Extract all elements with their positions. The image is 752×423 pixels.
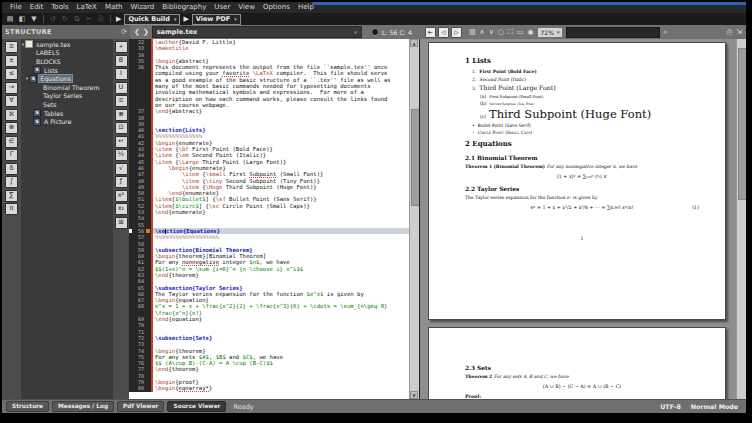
tree-item-label: Taylor Series bbox=[42, 92, 83, 99]
panel-tab-structure[interactable]: Structure bbox=[6, 401, 49, 412]
new-file-icon[interactable]: ▤ bbox=[5, 14, 15, 24]
code-line-80[interactable]: 80\begin{eqnarray*} bbox=[129, 385, 409, 391]
order-symbols-icon[interactable]: ≤ bbox=[5, 68, 18, 80]
relation-symbols-icon[interactable]: ± bbox=[5, 55, 18, 67]
menu-item-view[interactable]: View bbox=[234, 2, 259, 13]
nav-back-icon[interactable]: ❮ bbox=[134, 25, 140, 39]
greek-upper-icon[interactable]: Γ bbox=[5, 149, 18, 161]
undo-icon[interactable]: ↺ bbox=[48, 14, 58, 24]
scroll-down-arrow-icon[interactable]: ▼ bbox=[410, 391, 418, 399]
scroll-up-icon[interactable]: ∧ bbox=[480, 25, 485, 39]
fraction-icon[interactable]: ½ bbox=[115, 149, 128, 161]
quick-build-run-icon[interactable]: ▶ bbox=[116, 15, 121, 23]
most-used-symbols-icon[interactable]: ≡ bbox=[5, 41, 18, 53]
fit-page-icon[interactable]: ▭ bbox=[517, 25, 524, 39]
presentation-icon[interactable]: ○ bbox=[498, 25, 504, 39]
tree-item-labels[interactable]: LABELS bbox=[21, 49, 113, 58]
tree-item-a-picture[interactable]: SA Picture bbox=[21, 117, 113, 126]
new-line-icon[interactable]: ＋ bbox=[115, 41, 128, 53]
magnify-tool-icon[interactable]: ◉ bbox=[527, 25, 533, 39]
tree-item-taylor-series[interactable]: Taylor Series bbox=[21, 92, 113, 101]
cursor-position-icon bbox=[371, 28, 379, 36]
misc-symbols-icon[interactable]: ℵ bbox=[5, 109, 18, 121]
menu-item-wizard[interactable]: Wizard bbox=[126, 2, 158, 13]
scroll-up-arrow-icon[interactable]: ▲ bbox=[410, 39, 418, 47]
tree-expand-icon[interactable]: ▾ bbox=[26, 76, 28, 81]
pdf-zoom-dropdown[interactable]: 72% ▾ bbox=[537, 27, 564, 38]
tree-item-sample-tex[interactable]: ▾sample.tex bbox=[21, 40, 113, 49]
section-icon: S bbox=[33, 66, 41, 74]
logic-symbols-icon[interactable]: ∀ bbox=[5, 95, 18, 107]
sub-toolbar: STRUCTURE ⟳ ❮ ❯ sample.tex ▾ L: 56 C: 4 … bbox=[2, 25, 746, 39]
tree-item-label: sample.tex bbox=[35, 41, 71, 48]
print-icon[interactable]: ⎙ bbox=[727, 25, 733, 39]
menu-item-tools[interactable]: Tools bbox=[47, 2, 72, 13]
pdf-theorem: Theorem 1 (Binomial Theorem) For any non… bbox=[465, 164, 699, 169]
operator-symbols-icon[interactable]: ⊗ bbox=[5, 122, 18, 134]
previous-page-icon[interactable]: ◁ bbox=[438, 27, 449, 38]
arrow-symbols-icon[interactable]: → bbox=[5, 82, 18, 94]
copy-icon[interactable]: ⧉ bbox=[72, 14, 82, 24]
align-center-icon[interactable]: ≣ bbox=[115, 109, 128, 121]
menu-item-options[interactable]: Options bbox=[259, 2, 294, 13]
bold-icon[interactable]: B bbox=[115, 55, 128, 67]
open-file-icon[interactable]: ◧ bbox=[17, 14, 27, 24]
redo-icon[interactable]: ↻ bbox=[60, 14, 70, 24]
sum-symbols-icon[interactable]: ∑ bbox=[5, 190, 18, 202]
quick-build-button[interactable]: Quick Build ▾ bbox=[124, 14, 180, 25]
panel-tab-source-viewer[interactable]: Source Viewer bbox=[167, 401, 226, 412]
open-file-dropdown[interactable]: sample.tex ▾ bbox=[152, 26, 362, 38]
sqrt-icon[interactable]: √ bbox=[115, 163, 128, 175]
tree-item-binomial-theorem[interactable]: Binomial Theorem bbox=[21, 83, 113, 92]
pdf-search-icon[interactable]: ⌕ bbox=[663, 25, 667, 39]
menu-item-latex[interactable]: LaTeX bbox=[73, 2, 101, 13]
italic-icon[interactable]: I bbox=[115, 68, 128, 80]
set-symbols-icon[interactable]: ∈ bbox=[5, 136, 18, 148]
menu-item-file[interactable]: File bbox=[6, 2, 26, 13]
menu-item-bibliography[interactable]: Bibliography bbox=[158, 2, 210, 13]
pdf-scrollbar[interactable] bbox=[736, 39, 746, 399]
scroll-down-icon[interactable]: ∨ bbox=[489, 25, 494, 39]
menu-item-edit[interactable]: Edit bbox=[26, 2, 48, 13]
align-left-icon[interactable]: ≡ bbox=[115, 95, 128, 107]
line-break-icon[interactable]: ↵ bbox=[115, 136, 128, 148]
tree-item-lists[interactable]: SLists bbox=[21, 66, 113, 75]
integral-symbols-icon[interactable]: ∫ bbox=[5, 176, 18, 188]
underline-icon[interactable]: U bbox=[115, 82, 128, 94]
first-page-icon[interactable]: ⇤ bbox=[425, 27, 436, 38]
matrix-icon[interactable]: ⊞ bbox=[115, 217, 128, 229]
panel-tab-pdf-viewer[interactable]: Pdf Viewer bbox=[117, 401, 164, 412]
tree-item-blocks[interactable]: BLOCKS bbox=[21, 57, 113, 66]
panel-tab-messages-log[interactable]: Messages / Log bbox=[52, 401, 114, 412]
view-pdf-run-icon[interactable]: ▶ bbox=[183, 15, 188, 23]
constants-symbols-icon[interactable]: π bbox=[5, 203, 18, 215]
continuous-mode-icon[interactable]: ▥ bbox=[469, 25, 476, 39]
code-editor[interactable]: 32\author{David P. Little}33\maketitle34… bbox=[129, 39, 409, 399]
equation-text: (1 + x)ⁿ = ∑ᵢ₌₀ⁿ (ⁿᵢ) xⁱ bbox=[557, 174, 607, 179]
pdf-scrollbar-thumb[interactable] bbox=[738, 48, 747, 200]
tree-expand-icon[interactable]: ▾ bbox=[22, 42, 24, 47]
subscript-icon[interactable]: x₂ bbox=[115, 203, 128, 215]
view-pdf-label: View PDF bbox=[196, 15, 230, 23]
function-icon[interactable]: ƒ bbox=[115, 176, 128, 188]
view-pdf-button[interactable]: View PDF ▾ bbox=[192, 14, 241, 25]
main-toolbar: ▤◧▼↺↻⧉✂⎘ ▶ Quick Build ▾ ▶ View PDF ▾ bbox=[2, 13, 746, 25]
save-icon[interactable]: ▼ bbox=[29, 14, 39, 24]
external-viewer-icon[interactable]: ⇲ bbox=[736, 25, 742, 39]
align-right-icon[interactable]: ⊡ bbox=[115, 122, 128, 134]
tree-item-tables[interactable]: STables bbox=[21, 109, 113, 118]
menu-item-user[interactable]: User bbox=[210, 2, 234, 13]
pdf-list-item: 3.Third Point (Large Font) bbox=[472, 84, 699, 91]
nav-forward-icon[interactable]: ❯ bbox=[143, 25, 149, 39]
cut-icon[interactable]: ✂ bbox=[84, 14, 94, 24]
refresh-structure-icon[interactable]: ⟳ bbox=[121, 28, 127, 36]
menu-item-math[interactable]: Math bbox=[101, 2, 127, 13]
greek-lower-icon[interactable]: δ bbox=[5, 163, 18, 175]
tree-item-equations[interactable]: ▾SEquations bbox=[21, 74, 113, 83]
superscript-icon[interactable]: x² bbox=[115, 190, 128, 202]
fit-width-icon[interactable]: ⛶ bbox=[508, 25, 513, 39]
editor-scrollbar[interactable]: ▲ ▼ bbox=[409, 39, 419, 399]
paste-icon[interactable]: ⎘ bbox=[96, 14, 106, 24]
tree-item-sets[interactable]: Sets bbox=[21, 100, 113, 109]
next-page-icon[interactable]: ▷ bbox=[451, 27, 462, 38]
